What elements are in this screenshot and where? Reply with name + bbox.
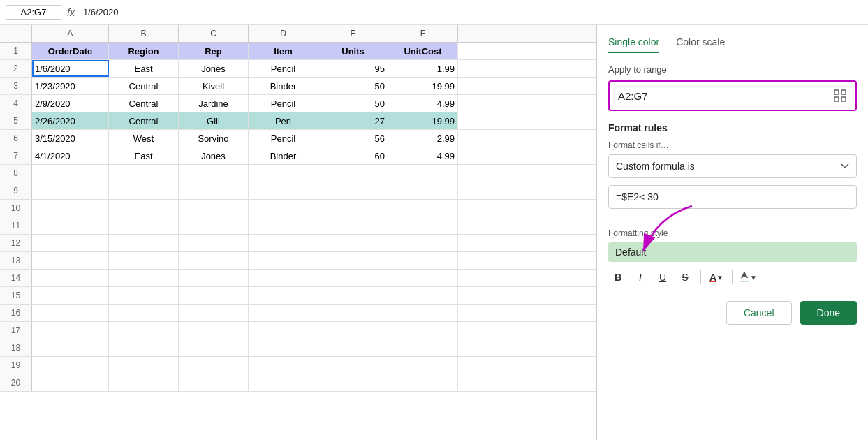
tab-color-scale[interactable]: Color scale [676,36,725,53]
table-cell[interactable] [388,357,458,374]
table-cell[interactable] [249,287,318,304]
table-cell[interactable] [249,305,318,321]
table-cell[interactable]: 1/6/2020 [32,60,109,77]
table-cell[interactable] [249,339,318,356]
formula-bar[interactable]: 1/6/2020 [80,6,862,19]
done-button[interactable]: Done [800,301,857,325]
table-cell[interactable]: Item [249,43,318,59]
table-cell[interactable] [109,217,179,234]
table-cell[interactable] [179,339,249,356]
table-cell[interactable]: Pen [249,112,318,129]
table-cell[interactable] [109,270,179,286]
tab-single-color[interactable]: Single color [608,36,659,53]
table-cell[interactable] [179,322,249,339]
table-cell[interactable] [249,357,318,374]
table-cell[interactable] [318,182,388,199]
table-cell[interactable] [179,182,249,199]
table-cell[interactable] [388,322,458,339]
table-cell[interactable] [32,217,109,234]
table-cell[interactable]: West [109,130,179,147]
table-cell[interactable] [318,165,388,182]
table-cell[interactable] [388,165,458,182]
table-cell[interactable]: Jones [179,60,249,77]
table-cell[interactable] [388,182,458,199]
table-cell[interactable] [109,287,179,304]
table-cell[interactable] [388,217,458,234]
table-cell[interactable] [109,322,179,339]
table-cell[interactable] [179,357,249,374]
table-cell[interactable] [249,182,318,199]
table-cell[interactable]: 2/26/2020 [32,112,109,129]
table-cell[interactable]: Central [109,112,179,129]
table-cell[interactable] [318,235,388,251]
table-cell[interactable] [109,165,179,182]
table-cell[interactable] [388,339,458,356]
table-cell[interactable] [179,235,249,251]
table-cell[interactable] [388,374,458,391]
table-cell[interactable] [32,235,109,251]
table-cell[interactable] [318,305,388,321]
table-cell[interactable] [109,182,179,199]
grid-select-icon[interactable] [833,89,847,103]
table-cell[interactable] [32,305,109,321]
table-cell[interactable] [318,339,388,356]
table-cell[interactable]: 95 [318,60,388,77]
range-input-box[interactable]: A2:G7 [608,80,857,111]
table-cell[interactable]: 60 [318,147,388,164]
italic-button[interactable]: I [631,267,650,287]
table-cell[interactable] [388,305,458,321]
table-cell[interactable]: Kivell [179,78,249,94]
table-cell[interactable] [179,252,249,269]
table-cell[interactable]: OrderDate [32,43,109,59]
table-cell[interactable] [32,287,109,304]
table-cell[interactable]: Jones [179,147,249,164]
fill-color-button[interactable]: ▼ [738,267,758,287]
table-cell[interactable]: 2.99 [388,130,458,147]
table-cell[interactable] [249,252,318,269]
table-cell[interactable] [318,217,388,234]
table-cell[interactable]: 1.99 [388,60,458,77]
table-cell[interactable] [388,200,458,217]
table-cell[interactable] [249,217,318,234]
table-cell[interactable] [179,287,249,304]
table-cell[interactable]: Gill [179,112,249,129]
table-cell[interactable]: Central [109,95,179,112]
table-cell[interactable] [109,252,179,269]
bold-button[interactable]: B [608,267,628,287]
table-cell[interactable] [179,217,249,234]
table-cell[interactable] [318,322,388,339]
table-cell[interactable]: Pencil [249,60,318,77]
table-cell[interactable] [388,287,458,304]
table-cell[interactable] [179,374,249,391]
table-cell[interactable]: Binder [249,78,318,94]
table-cell[interactable] [249,374,318,391]
table-cell[interactable] [32,322,109,339]
table-cell[interactable]: Pencil [249,130,318,147]
table-cell[interactable] [249,165,318,182]
table-cell[interactable]: 2/9/2020 [32,95,109,112]
table-cell[interactable] [109,200,179,217]
table-cell[interactable] [249,235,318,251]
table-cell[interactable] [179,305,249,321]
table-cell[interactable]: 4/1/2020 [32,147,109,164]
table-cell[interactable]: Pencil [249,95,318,112]
formula-input-field[interactable] [608,185,857,209]
table-cell[interactable] [388,235,458,251]
table-cell[interactable]: Central [109,78,179,94]
table-cell[interactable] [32,182,109,199]
table-cell[interactable] [318,357,388,374]
table-cell[interactable] [32,270,109,286]
table-cell[interactable] [388,252,458,269]
table-cell[interactable] [109,305,179,321]
cell-reference-box[interactable]: A2:G7 [6,5,61,20]
table-cell[interactable] [179,200,249,217]
cancel-button[interactable]: Cancel [726,301,792,325]
table-cell[interactable]: 3/15/2020 [32,130,109,147]
table-cell[interactable] [32,252,109,269]
table-cell[interactable]: Binder [249,147,318,164]
table-cell[interactable]: 27 [318,112,388,129]
table-cell[interactable] [318,374,388,391]
font-color-button[interactable]: A ▼ [707,267,726,287]
table-cell[interactable]: Region [109,43,179,59]
table-cell[interactable] [32,339,109,356]
